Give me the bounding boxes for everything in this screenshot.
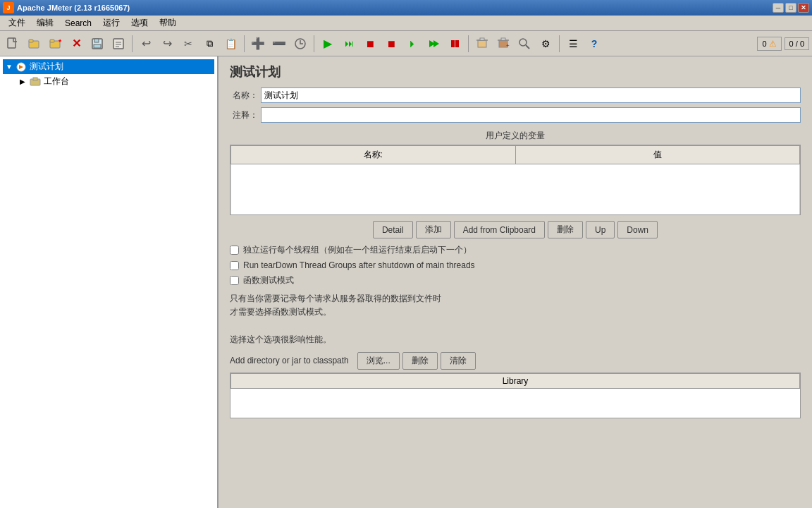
redo-button[interactable]: ↪ [157,34,177,54]
checkbox-independent-run-label: 独立运行每个线程组（例如在一个组运行结束后启动下一个） [243,244,472,256]
detail-button[interactable]: Detail [373,221,413,238]
variables-table-body [231,164,800,216]
clear-classpath-button[interactable]: 清除 [441,352,476,370]
library-table-container: Library [230,373,801,418]
main-layout: ▼ 测试计划 ▶ 工作台 测试计划 名称： 注释： 用户定义的变量 [0,56,812,508]
expand-icon-test-plan: ▼ [6,63,13,71]
delete-classpath-button[interactable]: 删除 [402,352,438,370]
svg-marker-15 [433,40,439,47]
tree-item-workbench[interactable]: ▶ 工作台 [3,74,214,89]
svg-rect-30 [33,78,37,80]
content-panel: 测试计划 名称： 注释： 用户定义的变量 名称: 值 [219,56,812,508]
variables-section-title: 用户定义的变量 [230,130,801,142]
toolbar-right: 0 ⚠ 0 / 0 [757,37,809,51]
sep1 [132,35,133,52]
desc-line1: 只有当你需要记录每个请求从服务器取得的数据到文件时 [230,294,441,303]
report-button[interactable] [109,34,128,54]
test-count-badge: 0 / 0 [785,37,809,50]
desc-line2: 才需要选择函数测试模式。 [230,307,331,317]
tree-panel: ▼ 测试计划 ▶ 工作台 [0,56,219,508]
help-toolbar-button[interactable]: ? [584,34,604,54]
remove-button-toolbar[interactable]: ➖ [269,34,289,54]
tree-item-workbench-label: 工作台 [44,75,69,87]
title-bar-left: J Apache JMeter (2.13 r1665067) [3,2,130,13]
new-button[interactable] [3,34,23,54]
name-row: 名称： [230,87,801,103]
menu-bar: 文件 编辑 Search 运行 选项 帮助 [0,16,812,31]
menu-file[interactable]: 文件 [3,16,31,30]
svg-point-25 [519,39,527,46]
paste-button[interactable]: 📋 [221,34,240,54]
clear-button[interactable] [472,34,492,54]
svg-rect-7 [94,39,99,42]
browse-button[interactable]: 浏览... [357,352,400,370]
add-from-clipboard-button[interactable]: Add from Clipboard [454,221,545,238]
col-header-value: 值 [515,146,800,164]
variables-table: 名称: 值 [230,145,800,215]
page-title: 测试计划 [230,64,801,80]
start-no-pause-button[interactable]: ⏭ [339,34,359,54]
menu-run[interactable]: 运行 [97,16,125,30]
sep2 [244,35,245,52]
error-count: 0 [762,40,766,48]
test-plan-icon [16,61,27,73]
table-row-library-empty [231,388,800,418]
menu-help[interactable]: 帮助 [154,16,182,30]
clear-all-button[interactable]: + [493,34,513,54]
checkbox-functional-mode-input[interactable] [230,276,239,285]
comment-input[interactable] [261,107,801,123]
copy-button[interactable]: ⧉ [199,34,219,54]
up-button[interactable]: Up [586,221,615,238]
delete-variable-button[interactable]: 删除 [548,221,583,238]
open-button[interactable] [24,34,44,54]
function-helper-button[interactable]: ⚙ [536,34,555,54]
name-input[interactable] [261,87,801,103]
add-button-toolbar[interactable]: ➕ [248,34,268,54]
menu-search[interactable]: Search [59,17,97,30]
description-text: 只有当你需要记录每个请求从服务器取得的数据到文件时 才需要选择函数测试模式。 选… [230,292,801,346]
error-count-badge: 0 ⚠ [757,37,781,51]
warning-icon: ⚠ [769,39,777,49]
stop-run-button[interactable]: ⏹ [360,34,380,54]
save-button[interactable] [87,34,107,54]
title-bar: J Apache JMeter (2.13 r1665067) ─ □ ✕ [0,0,812,16]
undo-button[interactable]: ↩ [136,34,156,54]
svg-rect-0 [8,38,16,48]
menu-options[interactable]: 选项 [125,16,154,30]
close-window-button[interactable]: ✕ [798,3,809,13]
maximize-button[interactable]: □ [785,3,796,13]
expand-icon-workbench: ▶ [20,78,27,85]
svg-rect-2 [29,40,33,42]
svg-rect-17 [455,40,459,47]
stop-button-toolbar[interactable]: ✕ [66,34,86,54]
remote-start-all-button[interactable] [424,34,443,54]
toggle-button[interactable] [290,34,310,54]
save-recent-button[interactable]: ★ [45,34,65,54]
cut-button[interactable]: ✂ [178,34,198,54]
title-bar-buttons: ─ □ ✕ [773,3,809,13]
add-variable-button[interactable]: 添加 [416,221,451,238]
menu-edit[interactable]: 编辑 [31,16,59,30]
down-button[interactable]: Down [617,221,658,238]
remote-stop-button[interactable] [445,34,465,54]
col-header-name: 名称: [231,146,516,164]
remote-start-button[interactable]: ⏵ [402,34,422,54]
minimize-button[interactable]: ─ [773,3,784,13]
search-toolbar-button[interactable] [515,34,534,54]
svg-rect-16 [451,40,455,47]
svg-text:+: + [506,42,510,49]
checkbox-independent-run-input[interactable] [230,246,239,255]
shutdown-button[interactable]: ⏹ [381,34,401,54]
template-button[interactable]: ☰ [563,34,583,54]
comment-row: 注释： [230,107,801,123]
checkbox-teardown-label: Run tearDown Thread Groups after shutdow… [243,260,475,270]
checkbox-teardown-input[interactable] [230,261,239,270]
checkbox-independent-run: 独立运行每个线程组（例如在一个组运行结束后启动下一个） [230,244,801,256]
svg-rect-18 [478,40,486,47]
classpath-row: Add directory or jar to classpath 浏览... … [230,352,801,370]
library-table: Library [230,373,800,418]
checkbox-functional-mode-label: 函数测试模式 [243,274,294,286]
tree-item-test-plan[interactable]: ▼ 测试计划 [3,59,214,74]
svg-rect-23 [501,38,505,40]
start-run-button[interactable]: ▶ [318,34,338,54]
